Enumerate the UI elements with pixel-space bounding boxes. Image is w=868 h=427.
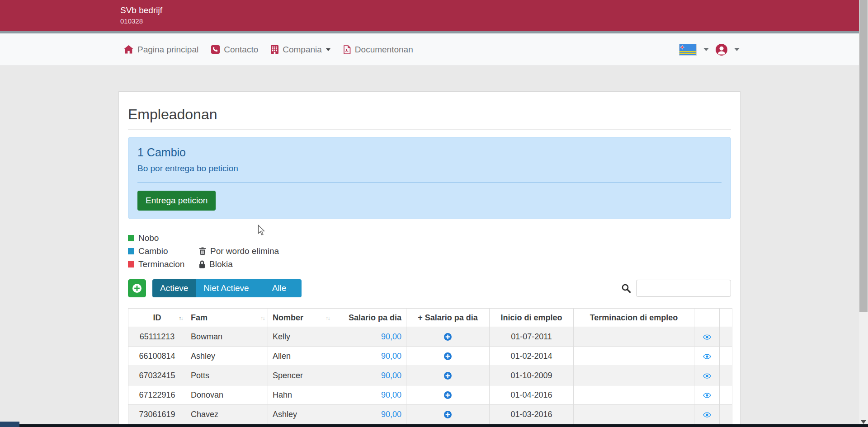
add-employee-button[interactable] [128,279,146,297]
scrollbar-down-arrow-icon[interactable] [861,420,866,424]
table-row: 67122916 Donovan Hahn 90,00 01-04-2016 [128,385,732,405]
user-dropdown-caret[interactable] [734,48,740,51]
salario-link[interactable]: 90,00 [381,332,401,341]
cell-fam: Bowman [186,327,268,347]
cell-id: 66100814 [128,347,186,366]
submit-request-button[interactable]: Entrega peticion [137,191,216,211]
language-dropdown-caret[interactable] [703,48,709,51]
cell-fam: Ashley [186,347,268,366]
cell-extra [720,366,732,385]
column-header-nomber[interactable]: Nomber ↑↓ [268,309,333,327]
table-row: 65111213 Bowman Kelly 90,00 01-07-2011 [128,327,732,347]
nav-label: Documentonan [355,45,413,55]
cell-salario: 90,00 [333,327,406,347]
cell-inicio: 01-03-2016 [490,405,574,424]
column-header-inicio[interactable]: Inicio di empleo [490,309,574,327]
trash-icon [199,247,206,255]
salario-link[interactable]: 90,00 [381,371,401,380]
nav-item-pagina-principal[interactable]: Pagina principal [124,45,198,55]
cell-add-salario [406,366,490,385]
column-header-id[interactable]: ID ↑↓ [128,309,186,327]
cell-extra [720,405,732,424]
legend-label: Cambio [138,246,168,256]
language-flag-aruba[interactable] [679,44,697,56]
add-salario-icon[interactable] [444,411,452,418]
search-icon [621,283,631,293]
nav-label: Compania [283,45,322,55]
cell-id: 67032415 [128,366,186,385]
company-code: 010328 [120,17,741,26]
vertical-scrollbar[interactable] [859,0,868,427]
chevron-down-icon [326,48,330,51]
red-swatch [128,261,134,267]
title-divider [128,129,731,130]
eye-icon[interactable] [703,373,711,379]
cell-view [694,327,720,347]
table-toolbar: Actieve Niet Actieve Alle [128,279,731,297]
company-name: SVb bedrijf [120,5,741,16]
nav-item-documentonan[interactable]: Documentonan [343,45,413,55]
eye-icon[interactable] [703,412,711,418]
add-salario-icon[interactable] [444,352,452,360]
search-input[interactable] [636,280,731,297]
eye-icon[interactable] [703,354,711,359]
column-header-fam[interactable]: Fam ↑↓ [186,309,268,327]
eye-icon[interactable] [703,334,711,340]
page-title: Empleadonan [128,106,731,123]
cell-fam: Chavez [186,405,268,424]
add-salario-icon[interactable] [444,333,452,341]
cell-terminacion [574,347,694,366]
sort-icon: ↑↓ [179,314,183,321]
cell-add-salario [406,347,490,366]
cell-fam: Potts [186,366,268,385]
cell-salario: 90,00 [333,347,406,366]
cell-add-salario [406,327,490,347]
tab-alle[interactable]: Alle [257,279,302,297]
blue-swatch [128,248,134,254]
cell-nomber: Ashley [268,405,333,424]
alert-divider [137,182,722,183]
salario-link[interactable]: 90,00 [381,390,401,399]
cell-nomber: Spencer [268,366,333,385]
cell-view [694,385,720,405]
cell-fam: Donovan [186,385,268,405]
alert-title: 1 Cambio [137,145,722,159]
add-salario-icon[interactable] [444,391,452,399]
cell-salario: 90,00 [333,405,406,424]
cell-add-salario [406,405,490,424]
cell-view [694,366,720,385]
scrollbar-thumb[interactable] [859,0,868,312]
nav-label: Pagina principal [137,45,198,55]
cell-view [694,405,720,424]
legend-item-por-wordo-elimina: Por wordo elimina [199,246,731,256]
user-circle-icon[interactable] [716,44,727,56]
column-header-add-salario[interactable]: + Salario pa dia [406,309,490,327]
salario-link[interactable]: 90,00 [381,410,401,419]
cell-inicio: 01-07-2011 [490,327,574,347]
filter-tabs: Actieve Niet Actieve Alle [152,279,302,297]
nav-label: Contacto [224,45,258,55]
eye-icon[interactable] [703,393,711,398]
table-header-row: ID ↑↓ Fam ↑↓ Nomber ↑↓ Salario [128,309,732,327]
legend-item-terminacion: Terminacion [128,259,199,269]
add-salario-icon[interactable] [444,372,452,380]
table-search [621,280,731,297]
legend-label: Terminacion [138,259,184,269]
cell-add-salario [406,385,490,405]
home-icon [124,45,133,54]
cell-salario: 90,00 [333,366,406,385]
cell-id: 65111213 [128,327,186,347]
column-header-salario[interactable]: Salario pa dia [333,309,406,327]
column-header-extra [720,309,732,327]
sort-icon: ↑↓ [326,314,330,321]
salario-link[interactable]: 90,00 [381,352,401,361]
column-header-actions [694,309,720,327]
tab-niet-actieve[interactable]: Niet Actieve [196,279,256,297]
nav-item-compania[interactable]: Compania [271,45,330,55]
tab-actieve[interactable]: Actieve [152,279,196,297]
taskbar-edge [0,424,868,427]
legend-item-blokia: Blokia [199,259,731,269]
column-header-terminacion[interactable]: Terminacion di empleo [574,309,694,327]
cell-extra [720,347,732,366]
nav-item-contacto[interactable]: Contacto [211,45,258,55]
